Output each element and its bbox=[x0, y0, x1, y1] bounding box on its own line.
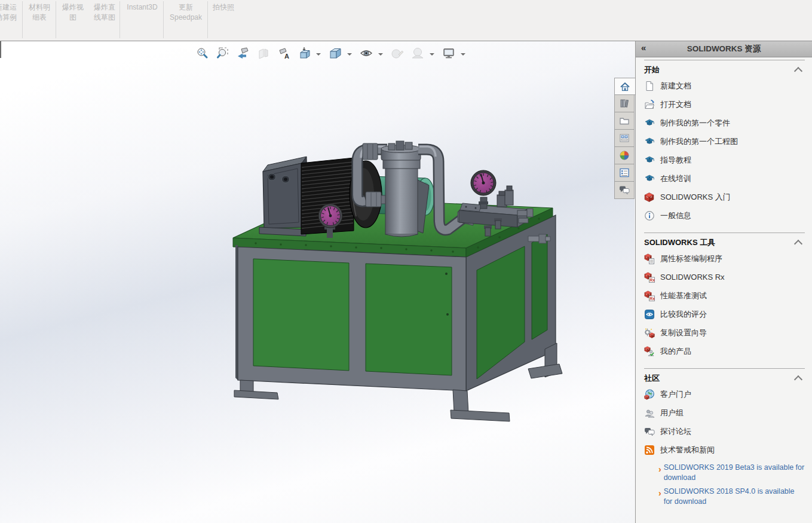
view-settings-caret[interactable] bbox=[461, 53, 465, 58]
item-label: 我的产品 bbox=[660, 346, 691, 357]
model-filter[interactable] bbox=[381, 141, 429, 237]
taskpane-header: « SOLIDWORKS 资源 bbox=[636, 41, 812, 57]
toolbar-button-instant3d[interactable]: Instant3D bbox=[122, 0, 162, 41]
item-general-info[interactable]: 一般信息 bbox=[644, 206, 805, 225]
item-make-first-drawing[interactable]: 制作我的第一个工程图 bbox=[644, 132, 805, 151]
command-toolbar: 新建运 动算例 材料明 细表 爆炸视 图 爆炸直 线草图 Instant3D 更… bbox=[0, 0, 812, 41]
news-link-text[interactable]: SOLIDWORKS 2019 Beta3 is available for d… bbox=[664, 463, 805, 483]
model-hydraulic-power-unit[interactable] bbox=[0, 41, 635, 523]
chevron-up-icon[interactable] bbox=[794, 67, 802, 75]
toolbar-button-update-speedpak[interactable]: 更新 Speedpak bbox=[166, 0, 206, 41]
color-ball-icon bbox=[618, 149, 630, 161]
display-style-caret[interactable] bbox=[347, 53, 352, 58]
item-customer-portal[interactable]: 客户门户 bbox=[644, 385, 805, 403]
item-new-document[interactable]: 新建文档 bbox=[644, 77, 805, 95]
folder-icon bbox=[618, 115, 630, 127]
toolbar-button-explode-line-sketch[interactable]: 爆炸直 线草图 bbox=[88, 0, 121, 41]
section-title: 社区 bbox=[644, 373, 795, 384]
tab-file-explorer[interactable] bbox=[614, 112, 635, 130]
section-view-icon[interactable] bbox=[256, 46, 271, 60]
copy-settings-icon bbox=[644, 328, 655, 338]
toolbar-label: 动算例 bbox=[0, 13, 22, 23]
new-document-icon bbox=[644, 81, 655, 91]
headsup-toolbar: A bbox=[195, 46, 473, 60]
item-user-groups[interactable]: 用户组 bbox=[644, 403, 805, 422]
model-heat-exchanger[interactable] bbox=[259, 157, 308, 236]
svg-text:A: A bbox=[284, 53, 289, 60]
tab-appearances-scenes[interactable] bbox=[614, 147, 635, 164]
item-label: 指导教程 bbox=[660, 155, 691, 166]
form-icon bbox=[618, 167, 630, 179]
news-link[interactable]: SOLIDWORKS 2019 Beta3 is available for d… bbox=[658, 463, 805, 483]
item-solidworks-intro[interactable]: SOLIDWORKS 入门 bbox=[644, 188, 805, 206]
section-tools-header[interactable]: SOLIDWORKS 工具 bbox=[644, 236, 805, 249]
toolbar-label: 拍快照 bbox=[209, 2, 238, 13]
item-label: 性能基准测试 bbox=[660, 290, 707, 301]
item-performance-benchmark[interactable]: Rx 性能基准测试 bbox=[644, 286, 805, 305]
graphics-area[interactable]: A bbox=[0, 41, 635, 523]
item-compare-my-score[interactable]: 比较我的评分 bbox=[644, 305, 805, 323]
toolbar-label: 图 bbox=[58, 13, 88, 23]
model-gauge-main[interactable] bbox=[471, 170, 496, 195]
item-make-first-part[interactable]: 制作我的第一个零件 bbox=[644, 114, 805, 132]
item-copy-settings-wizard[interactable]: 复制设置向导 bbox=[644, 323, 805, 342]
hide-show-items-icon[interactable] bbox=[359, 46, 373, 60]
hide-show-items-caret[interactable] bbox=[378, 53, 383, 58]
item-label: 一般信息 bbox=[660, 210, 691, 221]
item-label: 属性标签编制程序 bbox=[660, 253, 722, 264]
forum-icon bbox=[644, 426, 655, 437]
toolbar-button-bom[interactable]: 材料明 细表 bbox=[24, 0, 55, 41]
toolbar-button-exploded-view[interactable]: 爆炸视 图 bbox=[58, 0, 88, 41]
view-orientation-icon[interactable] bbox=[297, 46, 311, 60]
open-document-icon bbox=[644, 99, 655, 110]
taskpane-body: 开始 新建文档 打开文档 制作我的第一个零件 制作我的第一个工程图 bbox=[636, 57, 812, 507]
toolbar-label: 更新 bbox=[166, 2, 206, 13]
collapse-pane-icon[interactable]: « bbox=[641, 42, 646, 53]
item-property-tab-builder[interactable]: 属性标签编制程序 bbox=[644, 249, 805, 268]
my-products-icon bbox=[644, 346, 655, 357]
apply-scene-icon[interactable] bbox=[410, 46, 425, 60]
item-label: 在线培训 bbox=[660, 173, 691, 184]
solidworks-window: 新建运 动算例 材料明 细表 爆炸视 图 爆炸直 线草图 Instant3D 更… bbox=[0, 0, 812, 523]
item-my-products[interactable]: 我的产品 bbox=[644, 342, 805, 360]
section-community-header[interactable]: 社区 bbox=[644, 372, 805, 385]
view-annotations-icon[interactable]: A bbox=[277, 46, 291, 60]
news-link[interactable]: SOLIDWORKS 2018 SP4.0 is available for d… bbox=[658, 487, 805, 507]
toolbar-button-take-snapshot[interactable]: 拍快照 bbox=[209, 0, 238, 41]
item-online-training[interactable]: 在线培训 bbox=[644, 169, 805, 188]
toolbar-label: 爆炸视 bbox=[58, 2, 88, 13]
item-label: SOLIDWORKS Rx bbox=[660, 273, 725, 282]
item-solidworks-rx[interactable]: Rx SOLIDWORKS Rx bbox=[644, 268, 805, 286]
zoom-to-area-icon[interactable] bbox=[216, 46, 230, 60]
view-settings-icon[interactable] bbox=[442, 46, 456, 60]
tab-solidworks-forum[interactable] bbox=[614, 182, 635, 199]
item-discussion-forum[interactable]: 探讨论坛 bbox=[644, 422, 805, 441]
news-link-text[interactable]: SOLIDWORKS 2018 SP4.0 is available for d… bbox=[664, 487, 805, 507]
chevron-up-icon[interactable] bbox=[794, 240, 802, 248]
taskpane-tab-strip bbox=[614, 78, 635, 199]
item-label: 制作我的第一个零件 bbox=[660, 118, 730, 129]
item-tech-alerts-news[interactable]: 技术警戒和新闻 bbox=[644, 441, 805, 459]
tab-solidworks-resources[interactable] bbox=[614, 78, 635, 95]
previous-view-icon[interactable] bbox=[236, 46, 250, 60]
section-title: 开始 bbox=[644, 65, 795, 75]
item-tutorials[interactable]: 指导教程 bbox=[644, 151, 805, 169]
display-style-icon[interactable] bbox=[328, 46, 342, 60]
apply-scene-caret[interactable] bbox=[430, 53, 434, 58]
tab-design-library[interactable] bbox=[614, 95, 635, 112]
section-title: SOLIDWORKS 工具 bbox=[644, 237, 795, 248]
edit-appearance-icon[interactable] bbox=[390, 46, 405, 60]
compare-score-icon bbox=[644, 309, 655, 320]
item-label: 新建文档 bbox=[660, 81, 691, 91]
tab-custom-properties[interactable] bbox=[614, 164, 635, 182]
taskpane-solidworks-resources: « SOLIDWORKS 资源 开始 新建文档 打开文档 bbox=[635, 41, 812, 523]
chevron-up-icon[interactable] bbox=[794, 375, 802, 384]
zoom-to-fit-icon[interactable] bbox=[195, 46, 210, 60]
item-open-document[interactable]: 打开文档 bbox=[644, 95, 805, 114]
view-orientation-caret[interactable] bbox=[316, 53, 321, 58]
tab-view-palette[interactable] bbox=[614, 130, 635, 147]
toolbar-button-new-motion-study[interactable]: 新建运 动算例 bbox=[0, 0, 22, 41]
section-start-header[interactable]: 开始 bbox=[644, 63, 805, 77]
item-label: 打开文档 bbox=[660, 99, 691, 110]
section-community: 社区 客户门户 用户组 探讨论坛 技术警戒和新闻 bbox=[644, 368, 805, 507]
